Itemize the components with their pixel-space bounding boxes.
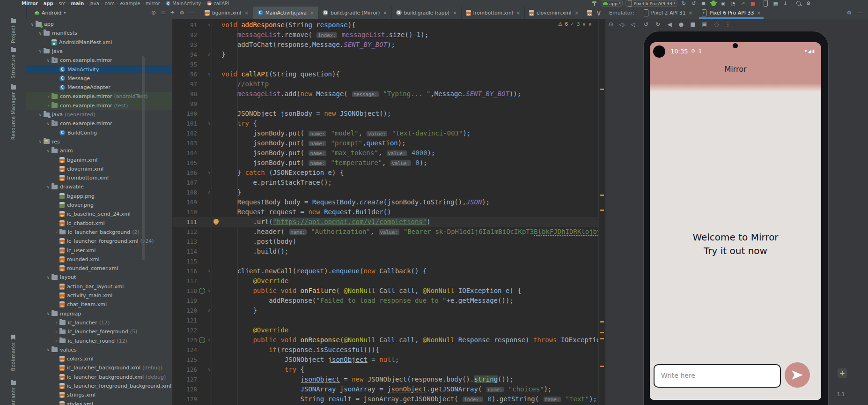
emulator-settings-icon[interactable]: ⚙ [846,9,852,16]
tree-item-ic-launcher-round-12[interactable]: ›ic_launcher_round(12) [26,337,172,345]
send-button[interactable] [785,362,810,388]
profile-icon[interactable]: ◉ [720,0,727,7]
tree-expand-icon[interactable]: ∨ [45,58,51,63]
tree-item-java[interactable]: ∨java [26,47,172,56]
build-hammer-icon[interactable] [591,0,598,7]
code-line-125[interactable]: 125 JSONObject jsonObject = null; [173,355,598,365]
tree-item-ic-chatbot-xml[interactable]: <>ic_chatbot.xml [26,219,172,228]
tree-expand-icon[interactable]: › [45,94,51,99]
tree-expand-icon[interactable]: › [53,320,59,325]
tree-item-ic-baseline-send-24-xml[interactable]: <>ic_baseline_send_24.xml [26,210,172,218]
sidebar-item-build-variants[interactable]: Build Variants [0,381,26,405]
code-line-101[interactable]: 101∨ try { [173,119,598,128]
profile-restart-icon[interactable]: ↗ [739,0,746,7]
screenshot-icon[interactable]: ▣ [701,21,708,28]
code-line-106[interactable]: 106∨ } catch (JSONException e) { [173,168,598,178]
editor-tab-build-gradle-app[interactable]: Gbuild.gradle (:app)× [392,7,462,19]
code-line-116[interactable]: 116∨ client.newCall(request).enqueue(new… [173,266,598,276]
code-line-128[interactable]: 128 JSONArray jsonArray = jsonObject.get… [173,384,598,394]
breadcrumb-item-mainactivity[interactable]: CMainActivity [165,0,201,6]
code-line-110[interactable]: 110 Request request = new Request.Builde… [173,207,598,217]
tree-item-ic-user-xml[interactable]: <>ic_user.xml [26,246,172,255]
editor-tab-mainactivity-java[interactable]: CMainActivity.java× [253,7,319,19]
apply-changes-icon[interactable]: ↻ [680,0,687,7]
tree-item-res[interactable]: ∨res [26,137,172,146]
override-gutter-icon[interactable]: ↑ [199,337,205,343]
attach-debugger-icon[interactable]: ≡ [700,0,707,7]
tree-item-clovernim-xml[interactable]: <>clovernim.xml [26,165,172,173]
device-manager-icon[interactable] [762,0,769,7]
prev-issue-icon[interactable]: ∧ [582,21,586,27]
tree-item-bgapp-png[interactable]: bgapp.png [26,192,172,201]
tab-close-icon[interactable]: × [310,10,314,15]
code-line-126[interactable]: 126∨ try { [173,365,598,375]
editor-tab-bganim-xml[interactable]: <>bganim.xml× [200,7,253,19]
tree-item-com-example-mirror-androidtest[interactable]: ›com.example.mirror(androidTest) [26,92,172,101]
code-line-120[interactable]: 120∧ } [173,306,598,315]
code-line-117[interactable]: 117 @Override [173,276,598,286]
code-line-119[interactable]: 119 addResponse("Failed to load response… [173,296,598,306]
tab-close-icon[interactable]: × [383,10,387,15]
tree-expand-icon[interactable]: ∨ [45,149,51,153]
breadcrumb-item-com[interactable]: com [104,1,114,6]
code-line-124[interactable]: 124 if(response.isSuccessful()){ [173,345,598,355]
sidebar-item-project[interactable]: Project [0,19,26,43]
tree-item-values[interactable]: ∨values [26,345,172,354]
tree-item-ic-launcher-backgroundd-xml-debug[interactable]: <>ic_launcher_backgroundd.xml(debug) [26,373,172,382]
power-icon[interactable]: ⊙ [607,21,615,28]
code-line-113[interactable]: 113 .post(body) [173,237,598,247]
hide-icon[interactable]: — [189,9,195,16]
settings-icon[interactable]: ⚙ [179,9,184,16]
tree-expand-icon[interactable]: ∨ [37,112,44,117]
breadcrumb-item-example[interactable]: example [120,1,140,6]
tree-expand-icon[interactable]: ∨ [45,185,51,189]
profiler-icon[interactable]: ◔ [729,0,736,7]
tree-expand-icon[interactable]: ∨ [45,347,51,352]
message-input[interactable]: Write here [654,364,781,388]
breadcrumb-item-java[interactable]: java [89,1,99,6]
locate-icon[interactable]: ⊕ [151,9,156,16]
tree-item-app[interactable]: ∨app [26,20,172,29]
tree-item-ic-launcher-foreground-5[interactable]: ›ic_launcher_foreground(5) [26,327,172,336]
fold-icon[interactable]: ∨ [206,365,213,375]
breadcrumb-item-main[interactable]: main [71,1,84,6]
tree-item-activity-main-xml[interactable]: <>activity_main.xml [26,291,172,300]
breadcrumb-item-app[interactable]: app [44,1,53,6]
emulator-zoom-in-button[interactable]: + [838,368,847,378]
code-line-91[interactable]: 91∨void addResponse(String response){ [173,20,598,30]
home-icon[interactable]: ● [677,21,685,28]
settings-icon[interactable]: ⚙ [805,0,812,7]
rotate-right-icon[interactable]: ↻ [654,21,662,28]
tree-expand-icon[interactable]: ∨ [37,139,44,144]
editor-tab-clovernim-xml[interactable]: <>clovernim.xml× [525,7,583,19]
breadcrumb-item-callapi[interactable]: mcallAPI [206,0,229,6]
tree-item-mainactivity[interactable]: CMainActivity [26,65,172,74]
code-line-95[interactable]: 95 [173,60,598,69]
tree-item-ic-launcher-foreground-xml-v24[interactable]: <>ic_launcher_foreground.xml(v24) [26,237,172,246]
rotate-left-icon[interactable]: ↺ [642,21,650,28]
breadcrumb-item-mirror[interactable]: Mirror [22,1,38,6]
tree-item-java-generated[interactable]: ∨java(generated) [26,110,172,119]
phone-screen[interactable]: 10:35 ⊕ ▯ ▾◢▮ Mirror Welcome to Mirror T… [650,42,821,400]
tree-item-action-bar-layout-xml[interactable]: <>action_bar_layout.xml [26,282,172,291]
breadcrumb-item-mirror[interactable]: mirror [146,1,160,6]
code-line-114[interactable]: 114 .build(); [173,247,598,256]
overview-icon[interactable]: ■ [689,21,697,28]
tree-expand-icon[interactable]: ∨ [45,311,51,316]
tree-expand-icon[interactable]: ∨ [37,49,44,53]
code-line-94[interactable]: 94∧} [173,50,598,60]
collapse-all-icon[interactable]: ≡ [161,9,165,16]
device-selector[interactable]: Pixel 6 Pro API 33▾ [625,0,677,7]
project-view-selector[interactable]: Android ▾ [35,10,66,16]
tree-item-messageadapter[interactable]: CMessageAdapter [26,83,172,92]
code-line-115[interactable]: 115 [173,256,598,266]
code-line-103[interactable]: 103 jsonBody.put( name: "prompt",questio… [173,138,598,148]
sidebar-item-structure[interactable]: Structure [0,48,26,79]
override-gutter-icon[interactable]: ↑ [199,288,205,294]
tree-item-chat-iteam-xml[interactable]: <>chat_iteam.xml [26,300,172,309]
tree-item-rounded-corner-xml[interactable]: <>rounded_corner.xml [26,264,172,273]
tab-close-icon[interactable]: × [757,10,761,15]
tree-item-anim[interactable]: ∨anim [26,146,172,155]
tabs-dropdown-icon[interactable]: ∨ [596,8,602,17]
tree-expand-icon[interactable]: › [53,338,59,343]
